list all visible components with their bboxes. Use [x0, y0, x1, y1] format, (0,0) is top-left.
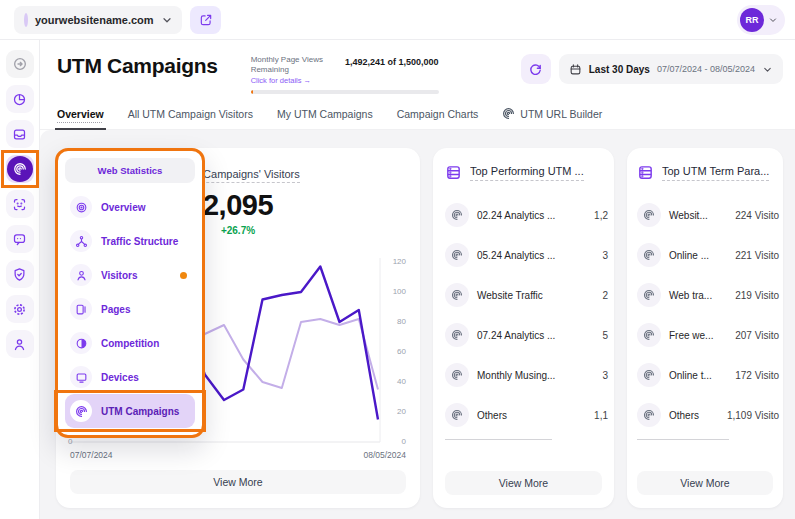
- date-range-label: Last 30 Days: [589, 64, 650, 75]
- menu-item-overview[interactable]: Overview: [65, 190, 195, 224]
- list-item[interactable]: Website Traffic2: [445, 275, 602, 315]
- list-item[interactable]: Monthly Musing...3: [445, 355, 602, 395]
- utm-term-list: Websit...224 Visito Online ...221 Visito…: [637, 195, 773, 440]
- utm-spiral-icon: [643, 209, 655, 221]
- list-item[interactable]: Websit...224 Visito: [637, 195, 773, 235]
- utm-spiral-icon: [451, 289, 463, 301]
- site-favicon: [24, 13, 28, 27]
- sidebar-item-utm-campaigns[interactable]: [6, 155, 34, 183]
- share-button[interactable]: [190, 6, 221, 34]
- pageviews-quota: Monthly Page Views Remaining Click for d…: [251, 55, 439, 94]
- chevron-down-icon: [768, 15, 778, 25]
- sidebar-item-analytics[interactable]: [6, 85, 34, 113]
- chevron-down-icon: [161, 14, 173, 26]
- y-axis-left-zero: 0: [68, 437, 72, 446]
- external-link-icon: [199, 13, 213, 27]
- inbox-icon: [12, 127, 27, 142]
- collapse-sidebar-icon: [12, 56, 28, 72]
- chart-y-axis-right: 020406080100120: [386, 258, 406, 448]
- top-utm-term-card: Top UTM Term Para... Websit...224 Visito…: [627, 148, 783, 508]
- user-icon: [75, 269, 88, 282]
- menu-header: Web Statistics: [65, 158, 195, 183]
- chat-icon: [12, 232, 27, 247]
- view-more-button[interactable]: View More: [70, 470, 406, 494]
- sidebar-item-messages[interactable]: [6, 225, 34, 253]
- chevron-down-icon: [762, 64, 773, 75]
- menu-item-traffic-structure[interactable]: Traffic Structure: [65, 224, 195, 258]
- list-item[interactable]: 02.24 Analytics ...1,2: [445, 195, 602, 235]
- pages-icon: [75, 303, 88, 316]
- web-statistics-menu: Web Statistics Overview Traffic Structur…: [55, 148, 205, 438]
- refresh-button[interactable]: [521, 54, 551, 84]
- view-more-button[interactable]: View More: [637, 471, 773, 495]
- page-header: UTM Campaigns Monthly Page Views Remaini…: [40, 40, 795, 94]
- x-axis-start-date: 07/07/2024: [70, 450, 113, 460]
- list-item[interactable]: Online t...172 Visito: [637, 355, 773, 395]
- target-icon: [75, 201, 88, 214]
- panel-title: Top UTM Term Para...: [662, 165, 769, 181]
- pageviews-details-link[interactable]: Click for details →: [251, 76, 337, 85]
- menu-item-pages[interactable]: Pages: [65, 292, 195, 326]
- tab-overview[interactable]: Overview: [57, 107, 104, 129]
- view-more-button[interactable]: View More: [445, 471, 602, 495]
- list-item[interactable]: 07.24 Analytics ...5: [445, 315, 602, 355]
- utm-spiral-icon: [643, 289, 655, 301]
- sidebar-item-inbox[interactable]: [6, 120, 34, 148]
- sidebar-item-audience[interactable]: [6, 190, 34, 218]
- pageviews-label: Monthly Page Views Remaining: [251, 55, 337, 75]
- utm-spiral-icon: [643, 329, 655, 341]
- topbar: yourwebsitename.com RR: [0, 0, 795, 40]
- menu-item-competition[interactable]: Competition: [65, 326, 195, 360]
- pageviews-value: 1,492,241 of 1,500,000: [345, 57, 439, 67]
- page-title: UTM Campaigns: [57, 54, 218, 78]
- utm-spiral-icon: [451, 369, 463, 381]
- menu-item-visitors[interactable]: Visitors: [65, 258, 195, 292]
- site-selector[interactable]: yourwebsitename.com: [14, 6, 182, 34]
- utm-spiral-icon: [75, 405, 88, 418]
- notification-dot: [180, 272, 187, 279]
- shield-check-icon: [12, 267, 27, 282]
- date-range-picker[interactable]: Last 30 Days 07/07/2024 - 08/05/2024: [559, 54, 783, 84]
- divider: [637, 439, 729, 440]
- list-item[interactable]: 05.24 Analytics ...3: [445, 235, 602, 275]
- utm-spiral-icon: [502, 107, 515, 120]
- sitemap-icon: [75, 235, 88, 248]
- top-performing-utm-card: Top Performing UTM ... 02.24 Analytics .…: [433, 148, 614, 508]
- panel-title: Top Performing UTM ...: [470, 165, 584, 181]
- menu-item-utm-campaigns[interactable]: UTM Campaigns: [65, 394, 195, 428]
- monitor-icon: [75, 371, 88, 384]
- sidebar-item-account[interactable]: [6, 330, 34, 358]
- scan-face-icon: [12, 197, 27, 212]
- list-item[interactable]: Web tra...219 Visito: [637, 275, 773, 315]
- account-menu[interactable]: RR: [737, 5, 785, 35]
- list-item[interactable]: Free we...207 Visito: [637, 315, 773, 355]
- server-list-icon: [445, 164, 462, 181]
- sidebar-item-collapse[interactable]: [6, 50, 34, 78]
- date-range-value: 07/07/2024 - 08/05/2024: [657, 64, 755, 74]
- utm-spiral-icon: [451, 249, 463, 261]
- utm-spiral-icon: [451, 329, 463, 341]
- divider: [445, 439, 552, 440]
- sidebar-rail: [0, 40, 40, 519]
- utm-spiral-icon: [451, 209, 463, 221]
- utm-spiral-icon: [643, 369, 655, 381]
- menu-item-devices[interactable]: Devices: [65, 360, 195, 394]
- sidebar-item-settings[interactable]: [6, 295, 34, 323]
- tab-campaign-charts[interactable]: Campaign Charts: [397, 107, 479, 129]
- list-item[interactable]: Others1,109 Visito: [637, 395, 773, 435]
- tab-my-utm-campaigns[interactable]: My UTM Campaigns: [277, 107, 373, 129]
- utm-spiral-icon: [451, 409, 463, 421]
- pie-chart-icon: [12, 92, 27, 107]
- sidebar-item-privacy[interactable]: [6, 260, 34, 288]
- list-item[interactable]: Others1,1: [445, 395, 602, 435]
- competition-icon: [75, 337, 88, 350]
- utm-spiral-icon: [643, 249, 655, 261]
- tab-utm-url-builder[interactable]: UTM URL Builder: [502, 107, 602, 129]
- tab-all-utm-campaign-visitors[interactable]: All UTM Campaign Visitors: [128, 107, 253, 129]
- gear-icon: [12, 302, 27, 317]
- utm-spiral-icon: [13, 162, 27, 176]
- refresh-icon: [528, 62, 543, 77]
- list-item[interactable]: Online ...221 Visito: [637, 235, 773, 275]
- utm-campaign-list: 02.24 Analytics ...1,2 05.24 Analytics .…: [445, 195, 602, 440]
- site-name: yourwebsitename.com: [35, 14, 154, 26]
